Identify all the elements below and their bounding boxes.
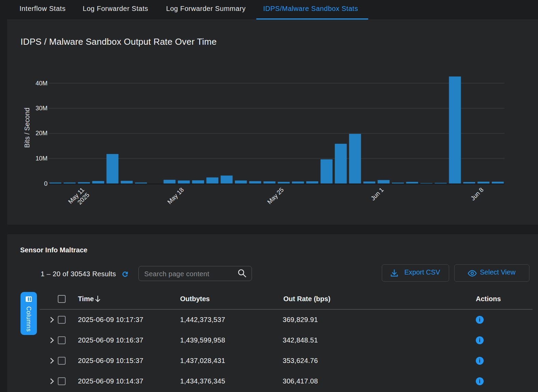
svg-text:10M: 10M <box>36 155 48 162</box>
svg-text:Jun 1: Jun 1 <box>369 186 385 202</box>
svg-text:May 25: May 25 <box>266 186 285 206</box>
svg-text:30M: 30M <box>36 105 48 112</box>
svg-text:40M: 40M <box>36 80 48 87</box>
svg-text:20M: 20M <box>36 130 48 137</box>
svg-text:Bits / Second: Bits / Second <box>23 108 31 148</box>
svg-text:Jun 8: Jun 8 <box>469 186 485 202</box>
svg-text:May 112025: May 112025 <box>67 186 91 210</box>
svg-text:0: 0 <box>44 180 48 187</box>
svg-text:May 18: May 18 <box>166 186 185 206</box>
